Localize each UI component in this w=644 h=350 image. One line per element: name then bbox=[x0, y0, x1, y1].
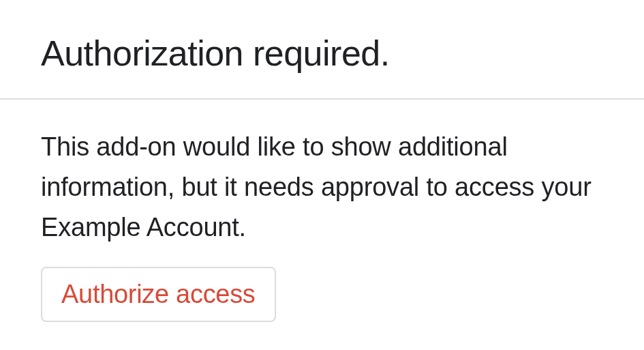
authorization-description: This add-on would like to show additiona… bbox=[41, 127, 603, 248]
header: Authorization required. bbox=[0, 0, 644, 98]
button-row: Authorize access bbox=[41, 267, 603, 323]
content: This add-on would like to show additiona… bbox=[0, 100, 644, 322]
page-title: Authorization required. bbox=[41, 33, 603, 74]
authorize-access-button[interactable]: Authorize access bbox=[41, 267, 276, 323]
